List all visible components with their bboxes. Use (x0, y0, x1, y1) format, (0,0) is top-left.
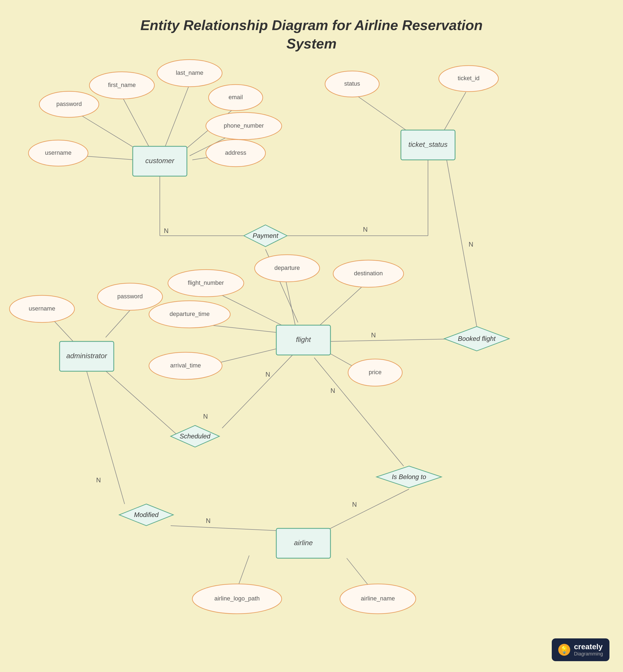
svg-line-18 (286, 281, 295, 325)
attr-departure-time: departure_time (170, 311, 210, 317)
attr-phone-number: phone_number (224, 122, 264, 129)
attr-password-customer: password (56, 100, 82, 107)
svg-line-34 (325, 489, 409, 531)
rel-payment: Payment (253, 232, 279, 239)
svg-line-7 (358, 96, 412, 134)
svg-line-40 (238, 555, 249, 585)
svg-line-1 (165, 84, 189, 146)
rel-modified: Modified (134, 511, 159, 518)
attr-email: email (229, 94, 243, 100)
svg-text:N: N (330, 387, 335, 394)
attr-flight-number: flight_number (188, 280, 224, 286)
rel-is-belong-to: Is Belong to (392, 473, 426, 480)
attr-arrival-time: arrival_time (170, 362, 201, 369)
svg-line-0 (122, 96, 152, 152)
attr-airline-name: airline_name (361, 595, 395, 602)
rel-booked-flight: Booked flight (458, 335, 496, 342)
attr-price: price (369, 369, 382, 376)
svg-text:N: N (371, 331, 376, 339)
svg-line-15 (444, 146, 477, 326)
svg-text:N: N (469, 241, 473, 248)
svg-line-19 (317, 286, 363, 328)
entity-flight: flight (296, 335, 312, 344)
svg-line-28 (222, 355, 293, 428)
attr-destination: destination (354, 270, 383, 277)
attr-username-customer: username (45, 149, 71, 156)
creately-logo: 💡 creately Diagramming (552, 638, 610, 661)
attr-address: address (225, 149, 246, 156)
svg-text:N: N (96, 476, 101, 484)
attr-username-admin: username (29, 305, 55, 312)
svg-text:N: N (352, 501, 357, 508)
svg-line-8 (444, 92, 466, 130)
er-diagram: N N N N N N N N N N (0, 0, 623, 672)
attr-last-name: last_name (176, 69, 203, 76)
attr-departure: departure (274, 264, 300, 271)
entity-administrator: administrator (66, 352, 108, 360)
attr-password-admin: password (117, 293, 143, 300)
svg-line-36 (171, 526, 287, 531)
svg-line-23 (54, 321, 73, 342)
svg-text:N: N (206, 517, 210, 524)
svg-line-38 (87, 371, 125, 504)
logo-brand: creately (574, 643, 603, 651)
attr-ticket-id: ticket_id (458, 75, 480, 82)
entity-airline: airline (294, 539, 313, 547)
rel-scheduled: Scheduled (180, 433, 210, 440)
entity-ticket-status: ticket_status (409, 140, 448, 148)
svg-text:N: N (265, 371, 270, 378)
svg-text:N: N (164, 227, 169, 234)
svg-text:N: N (203, 413, 208, 420)
svg-line-31 (103, 369, 179, 436)
attr-status: status (344, 80, 360, 87)
entity-customer: customer (145, 156, 175, 165)
logo-sub: Diagramming (574, 651, 603, 657)
attr-airline-logo-path: airline_logo_path (214, 595, 260, 602)
svg-text:N: N (363, 226, 367, 233)
svg-line-24 (106, 310, 130, 338)
svg-line-41 (347, 558, 368, 585)
svg-line-5 (79, 114, 141, 152)
attr-first-name: first_name (108, 82, 136, 88)
svg-line-26 (330, 339, 463, 342)
logo-bulb-icon: 💡 (558, 644, 570, 656)
